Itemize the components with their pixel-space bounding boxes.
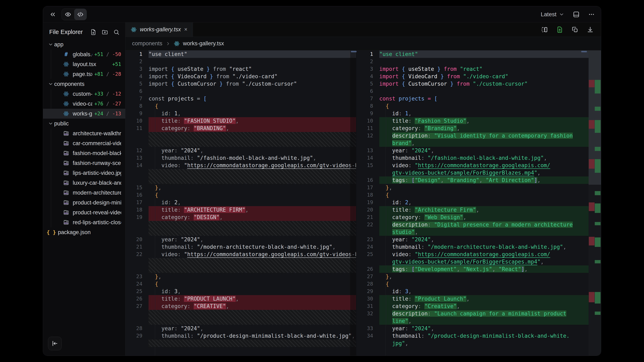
sidebar-item-custom-curs-[interactable]: custom-curs…+33 / -12	[43, 89, 125, 99]
sidebar-item-product-reveal-video.j-[interactable]: product-reveal-video.j…	[43, 208, 125, 217]
app-window: Latest File Explorer	[43, 6, 601, 356]
split-view-icon[interactable]	[541, 26, 548, 33]
sidebar-item-app[interactable]: app	[43, 39, 125, 49]
line-number: 11	[356, 125, 379, 132]
horizontal-scrollbar[interactable]	[351, 51, 356, 52]
version-dropdown[interactable]: Latest	[541, 11, 564, 18]
code-row: 25 id: 3,	[126, 288, 356, 295]
line-number: 25	[356, 251, 379, 258]
code-row: 6	[356, 87, 601, 95]
diff-overview-ruler[interactable]	[588, 50, 601, 356]
line-number: 30	[356, 295, 379, 303]
file-label: package.json	[58, 229, 91, 236]
horizontal-scrollbar[interactable]	[581, 51, 587, 52]
file-diff-icon[interactable]	[556, 26, 563, 33]
close-tab-icon[interactable]: ×	[184, 26, 188, 33]
json-braces-icon: { }	[46, 229, 56, 235]
line-number	[356, 340, 379, 347]
code-row: 5import { CustomCursor } from "./custom-…	[126, 80, 356, 87]
diff-filler-row	[126, 169, 356, 184]
code-row: 10 title: "Fashion Studio",	[356, 117, 601, 125]
chevrons-left-icon[interactable]	[49, 11, 56, 18]
file-label: fashion-runway-scen…	[73, 160, 121, 166]
download-icon[interactable]	[587, 26, 594, 33]
tab-works-gallery[interactable]: works-gallery.tsx ×	[126, 22, 193, 37]
sidebar-item-modern-architecture-[interactable]: modern-architecture-…	[43, 188, 125, 198]
ruler-addition-mark	[595, 203, 600, 213]
image-icon	[63, 170, 69, 176]
chevron-down-icon	[559, 12, 564, 17]
sidebar-item-architecture-walkthro-[interactable]: architecture-walkthro…	[43, 128, 125, 138]
sidebar-item-fashion-runway-scen-[interactable]: fashion-runway-scen…	[43, 158, 125, 168]
line-number: 22	[356, 221, 379, 228]
panel-bottom-icon[interactable]	[573, 11, 580, 18]
diff-stats: +51 / -50	[92, 51, 121, 57]
line-number: 4	[126, 73, 148, 80]
code-row: 18 title: "ARCHITECTURE FIRM",	[126, 206, 356, 214]
sidebar-item-public[interactable]: public	[43, 119, 125, 128]
code-row: 4import { VideoCard } from "./video-card…	[126, 73, 356, 80]
sidebar-item-lips-artistic-video.jpg[interactable]: lips-artistic-video.jpg	[43, 168, 125, 178]
line-number: 8	[126, 102, 148, 110]
file-plus-icon[interactable]	[90, 29, 96, 35]
collapse-sidebar-button[interactable]	[48, 337, 62, 350]
file-explorer-sidebar: File Explorer app#globals.css+51 / -50la…	[43, 22, 126, 356]
line-number	[356, 228, 379, 236]
code-row: 20 year: "2024",	[126, 236, 356, 243]
line-number: 15	[356, 162, 379, 169]
line-number: 4	[356, 73, 379, 80]
line-number: 21	[126, 243, 148, 251]
line-number: 28	[126, 325, 148, 332]
code-row: 13 year: "2024",	[356, 147, 601, 154]
search-icon[interactable]	[113, 29, 120, 35]
line-number: 16	[126, 191, 148, 199]
code-row: 24 thumbnail: "/modern-architecture-blac…	[356, 243, 601, 251]
ellipsis-icon[interactable]	[588, 11, 595, 18]
code-row: 8 {	[356, 102, 601, 110]
code-icon[interactable]	[74, 9, 86, 20]
file-label: modern-architecture-…	[73, 190, 121, 196]
ruler-addition-mark	[595, 107, 600, 111]
line-number: 25	[126, 288, 148, 295]
line-number: 7	[126, 95, 148, 102]
line-number: 20	[126, 236, 148, 243]
sidebar-item-car-commercial-video-[interactable]: car-commercial-video…	[43, 138, 125, 148]
sidebar-item-works-galler-[interactable]: works-galler…+24 / -13	[43, 109, 125, 119]
file-label: red-lips-artistic-close…	[73, 219, 121, 226]
line-number: 21	[356, 214, 379, 221]
ruler-deletion-mark	[589, 292, 594, 302]
code-row: 15 video: "https://commondatastorage.goo…	[356, 162, 601, 169]
sidebar-item-luxury-car-black-and-[interactable]: luxury-car-black-and-…	[43, 178, 125, 188]
folder-plus-icon[interactable]	[102, 29, 108, 35]
code-row: 11 category: "BRANDING",	[126, 125, 356, 132]
topbar-actions: Latest	[541, 11, 595, 18]
line-number: 6	[126, 87, 148, 95]
file-label: layout.tsx	[73, 61, 96, 67]
diff-filler-row	[126, 221, 356, 236]
sidebar-item-package.json[interactable]: { }package.json	[43, 227, 125, 237]
sidebar-item-page.tsx[interactable]: page.tsx+81 / -28	[43, 69, 125, 79]
sidebar-item-video-card.tsx[interactable]: video-card.tsx+76 / -27	[43, 99, 125, 109]
file-label: architecture-walkthro…	[73, 130, 121, 137]
copy-icon[interactable]	[572, 26, 578, 33]
sidebar-item-components[interactable]: components	[43, 79, 125, 89]
line-number: 15	[126, 184, 148, 191]
sidebar-item-red-lips-artistic-close-[interactable]: red-lips-artistic-close…	[43, 217, 125, 227]
line-number: 5	[126, 80, 148, 87]
breadcrumb-folder[interactable]: components	[132, 40, 162, 47]
line-number: 23	[356, 236, 379, 243]
file-label: public	[54, 120, 69, 127]
line-number: 18	[356, 191, 379, 199]
chevron-down-icon	[48, 42, 53, 47]
code-row: 33 year: "2024",	[356, 325, 601, 332]
line-number: 28	[356, 280, 379, 288]
sidebar-item-layout.tsx[interactable]: layout.tsx+51	[43, 59, 125, 69]
sidebar-item-product-design-minim-[interactable]: product-design-minim…	[43, 198, 125, 208]
code-row: 25 video: "https://commondatastorage.goo…	[356, 251, 601, 258]
eye-icon[interactable]	[62, 9, 74, 20]
code-row: 26 tags: ["Development", "Next.js", "Rea…	[356, 265, 601, 273]
line-number: 12	[126, 147, 148, 154]
code-row: 6	[126, 87, 356, 95]
sidebar-item-globals.css[interactable]: #globals.css+51 / -50	[43, 49, 125, 59]
sidebar-item-fashion-model-black-[interactable]: fashion-model-black-…	[43, 148, 125, 158]
